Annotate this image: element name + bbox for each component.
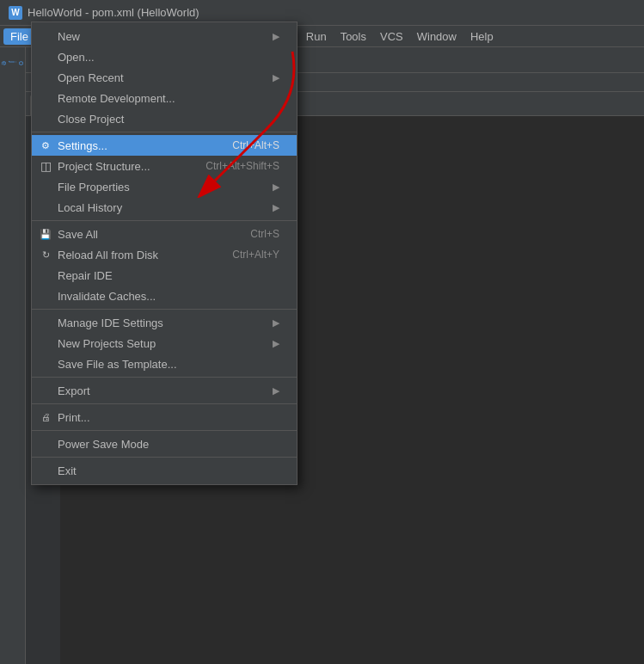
menu-project-structure[interactable]: ◫ Project Structure... Ctrl+Alt+Shift+S — [32, 156, 297, 176]
menu-manage-ide[interactable]: Manage IDE Settings ▶ — [32, 312, 297, 333]
separator-3 — [32, 309, 297, 310]
menu-print[interactable]: 🖨 Print... — [32, 407, 297, 427]
menu-open-recent[interactable]: Open Recent ▶ — [32, 67, 297, 88]
menu-window[interactable]: Window — [410, 28, 463, 45]
title-bar-text: HelloWorld - pom.xml (HelloWorld) — [28, 6, 199, 19]
arrow-icon: ▶ — [273, 338, 279, 349]
menu-file-properties-label: File Properties — [58, 181, 273, 194]
save-all-shortcut: Ctrl+S — [250, 228, 279, 240]
menu-close-project[interactable]: Close Project — [32, 108, 297, 129]
left-sidebar: Project — [0, 47, 26, 664]
menu-export-label: Export — [58, 384, 273, 397]
menu-save-all[interactable]: 💾 Save All Ctrl+S — [32, 224, 297, 244]
file-menu-dropdown: New ▶ Open... Open Recent ▶ Remote Devel… — [31, 22, 297, 485]
reload-icon: ↻ — [39, 248, 52, 261]
arrow-icon: ▶ — [273, 72, 279, 83]
arrow-icon: ▶ — [273, 202, 279, 213]
menu-invalidate-caches-label: Invalidate Caches... — [58, 290, 279, 303]
arrow-icon: ▶ — [273, 317, 279, 329]
menu-save-all-label: Save All — [58, 228, 250, 241]
menu-invalidate-caches[interactable]: Invalidate Caches... — [32, 286, 297, 306]
settings-icon: ⚙ — [39, 138, 52, 152]
menu-tools[interactable]: Tools — [334, 28, 373, 45]
menu-new-label: New — [58, 30, 273, 43]
arrow-icon: ▶ — [273, 385, 279, 397]
menu-save-template-label: Save File as Template... — [58, 358, 279, 371]
menu-remote-dev[interactable]: Remote Development... — [32, 88, 297, 108]
menu-project-structure-label: Project Structure... — [58, 160, 205, 173]
menu-manage-ide-label: Manage IDE Settings — [58, 317, 273, 329]
menu-print-label: Print... — [58, 411, 279, 424]
menu-exit[interactable]: Exit — [32, 460, 297, 481]
menu-power-save-label: Power Save Mode — [58, 438, 279, 451]
separator-5 — [32, 403, 297, 404]
menu-save-template[interactable]: Save File as Template... — [32, 354, 297, 374]
separator-2 — [32, 220, 297, 221]
arrow-icon: ▶ — [273, 31, 279, 42]
save-all-icon: 💾 — [39, 227, 52, 241]
project-struct-shortcut: Ctrl+Alt+Shift+S — [205, 160, 279, 172]
menu-new-projects[interactable]: New Projects Setup ▶ — [32, 333, 297, 354]
menu-new-projects-label: New Projects Setup — [58, 337, 273, 350]
arrow-icon: ▶ — [273, 181, 279, 193]
menu-new[interactable]: New ▶ — [32, 26, 297, 46]
sidebar-project-btn[interactable]: Project — [1, 52, 25, 76]
menu-power-save[interactable]: Power Save Mode — [32, 433, 297, 454]
menu-close-project-label: Close Project — [58, 113, 279, 126]
menu-repair-ide-label: Repair IDE — [58, 269, 279, 282]
menu-settings[interactable]: ⚙ Settings... Ctrl+Alt+S — [32, 135, 297, 156]
app-icon: W — [9, 6, 22, 20]
menu-remote-dev-label: Remote Development... — [58, 92, 279, 105]
menu-local-history[interactable]: Local History ▶ — [32, 197, 297, 218]
menu-open-recent-label: Open Recent — [58, 71, 273, 84]
menu-help[interactable]: Help — [463, 28, 500, 45]
separator-7 — [32, 457, 297, 458]
separator-1 — [32, 132, 297, 132]
separator-4 — [32, 377, 297, 378]
menu-exit-label: Exit — [58, 464, 279, 477]
menu-open-label: Open... — [58, 51, 279, 64]
separator-6 — [32, 430, 297, 431]
reload-shortcut: Ctrl+Alt+Y — [232, 249, 279, 261]
menu-reload-disk-label: Reload All from Disk — [58, 249, 232, 261]
menu-run[interactable]: Run — [299, 28, 334, 45]
menu-file-properties[interactable]: File Properties ▶ — [32, 176, 297, 197]
project-struct-icon: ◫ — [39, 159, 52, 173]
menu-local-history-label: Local History — [58, 201, 273, 214]
menu-settings-label: Settings... — [58, 139, 232, 152]
menu-vcs[interactable]: VCS — [373, 28, 410, 45]
menu-open[interactable]: Open... — [32, 46, 297, 67]
menu-export[interactable]: Export ▶ — [32, 380, 297, 401]
print-icon: 🖨 — [39, 410, 52, 424]
menu-repair-ide[interactable]: Repair IDE — [32, 265, 297, 286]
settings-shortcut: Ctrl+Alt+S — [232, 139, 279, 151]
menu-reload-disk[interactable]: ↻ Reload All from Disk Ctrl+Alt+Y — [32, 244, 297, 265]
